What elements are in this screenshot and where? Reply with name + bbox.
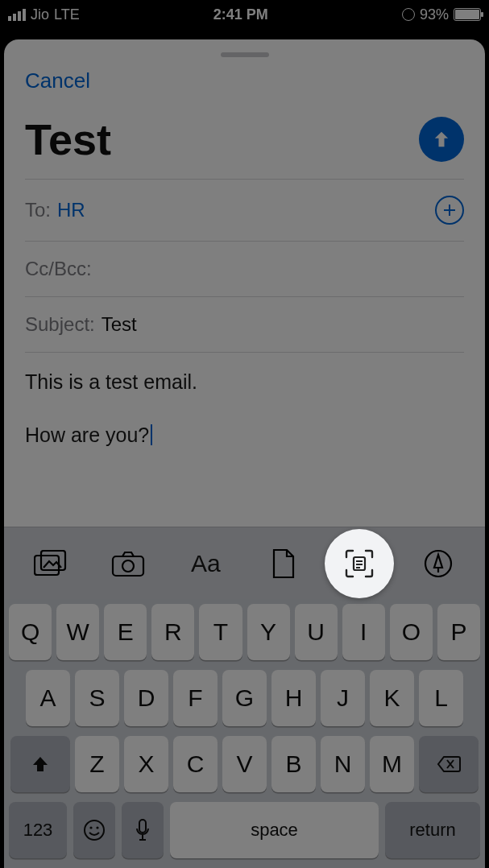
add-contact-button[interactable] <box>435 196 464 225</box>
text-caret <box>151 424 152 445</box>
key-s[interactable]: S <box>75 670 119 726</box>
plus-icon <box>441 202 458 218</box>
signal-bars-icon <box>8 9 26 21</box>
mic-icon <box>135 818 151 842</box>
key-d[interactable]: D <box>124 670 168 726</box>
emoji-key[interactable] <box>73 802 115 858</box>
key-q[interactable]: Q <box>9 604 52 660</box>
subject-field[interactable]: Subject: Test <box>4 297 485 352</box>
subject-value: Test <box>102 313 137 336</box>
network-label: LTE <box>54 6 80 23</box>
key-y[interactable]: Y <box>247 604 290 660</box>
battery-icon <box>454 8 481 21</box>
key-e[interactable]: E <box>104 604 147 660</box>
cc-bcc-field[interactable]: Cc/Bcc: <box>4 242 485 296</box>
shift-key[interactable] <box>10 736 70 792</box>
key-o[interactable]: O <box>390 604 433 660</box>
key-j[interactable]: J <box>321 670 365 726</box>
svg-point-6 <box>89 826 92 829</box>
key-m[interactable]: M <box>370 736 414 792</box>
key-n[interactable]: N <box>321 736 365 792</box>
status-bar: Jio LTE 2:41 PM 93% <box>0 0 489 29</box>
compose-title: Test <box>25 114 111 164</box>
backspace-icon <box>437 755 461 773</box>
key-k[interactable]: K <box>370 670 414 726</box>
dictation-key[interactable] <box>122 802 164 858</box>
carrier-label: Jio <box>31 6 49 23</box>
document-icon[interactable] <box>266 546 301 581</box>
svg-point-7 <box>96 826 98 829</box>
shift-icon <box>31 754 50 774</box>
svg-rect-2 <box>113 556 143 576</box>
body-line: This is a test email. <box>25 367 464 398</box>
key-z[interactable]: Z <box>75 736 119 792</box>
cancel-button[interactable]: Cancel <box>4 68 485 101</box>
key-row-1: Q W E R T Y U I O P <box>9 604 480 660</box>
to-field[interactable]: To: HR <box>4 180 485 241</box>
scan-text-button[interactable] <box>325 529 394 598</box>
body-line: How are you? <box>25 424 149 446</box>
key-f[interactable]: F <box>173 670 218 726</box>
key-u[interactable]: U <box>295 604 338 660</box>
arrow-up-icon <box>430 128 453 151</box>
key-r[interactable]: R <box>151 604 194 660</box>
markup-icon[interactable] <box>421 546 456 581</box>
sheet-grabber[interactable] <box>221 52 269 57</box>
key-b[interactable]: B <box>271 736 316 792</box>
key-i[interactable]: I <box>342 604 385 660</box>
to-label: To: <box>25 199 51 221</box>
camera-icon[interactable] <box>110 546 146 581</box>
send-button[interactable] <box>419 117 464 162</box>
cc-bcc-label: Cc/Bcc: <box>25 258 92 280</box>
key-v[interactable]: V <box>222 736 267 792</box>
backspace-key[interactable] <box>419 736 479 792</box>
battery-percent: 93% <box>420 6 449 23</box>
compose-sheet: Cancel Test To: HR Cc/Bcc: Subject: Test… <box>4 39 485 868</box>
keyboard: Q W E R T Y U I O P A S D F G H <box>4 599 485 868</box>
to-value: HR <box>57 199 85 221</box>
numbers-key[interactable]: 123 <box>9 802 67 858</box>
orientation-lock-icon <box>402 8 415 21</box>
text-format-icon[interactable]: Aa <box>188 546 223 581</box>
key-row-2: A S D F G H J K L <box>9 670 480 726</box>
key-l[interactable]: L <box>419 670 463 726</box>
key-a[interactable]: A <box>26 670 70 726</box>
clock: 2:41 PM <box>213 6 268 23</box>
key-x[interactable]: X <box>124 736 168 792</box>
key-p[interactable]: P <box>437 604 480 660</box>
email-body[interactable]: This is a test email. How are you? <box>4 353 485 487</box>
screen: Jio LTE 2:41 PM 93% Cancel Test To: HR <box>0 0 489 868</box>
keyboard-area: Aa Q W E R T Y U I <box>4 527 485 868</box>
svg-point-5 <box>85 820 104 840</box>
key-row-4: 123 space return <box>9 802 480 858</box>
key-h[interactable]: H <box>271 670 316 726</box>
key-c[interactable]: C <box>173 736 218 792</box>
space-key[interactable]: space <box>170 802 379 858</box>
key-t[interactable]: T <box>199 604 242 660</box>
key-row-3: Z X C V B N M <box>9 736 480 792</box>
svg-point-3 <box>122 560 134 572</box>
return-key[interactable]: return <box>385 802 480 858</box>
svg-rect-8 <box>139 820 146 833</box>
gallery-icon[interactable] <box>33 546 68 581</box>
key-g[interactable]: G <box>222 670 267 726</box>
key-w[interactable]: W <box>56 604 99 660</box>
smiley-icon <box>83 819 106 841</box>
scan-text-icon <box>343 548 375 580</box>
keyboard-toolbar: Aa <box>4 527 485 599</box>
subject-label: Subject: <box>25 313 95 336</box>
